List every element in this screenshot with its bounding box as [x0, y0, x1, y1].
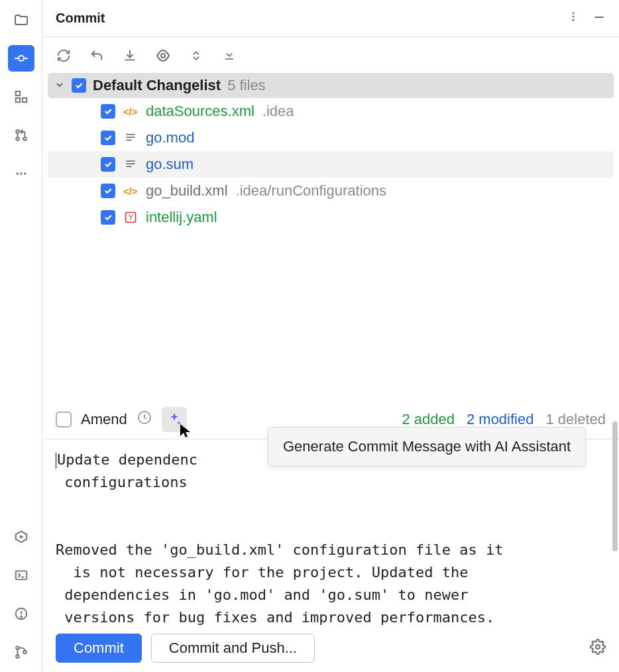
file-checkbox[interactable] [101, 104, 115, 119]
svg-rect-3 [15, 91, 19, 95]
file-checkbox[interactable] [101, 210, 115, 225]
svg-point-19 [16, 646, 19, 649]
ai-generate-button[interactable] [162, 407, 187, 432]
svg-point-23 [573, 15, 575, 17]
file-path: .idea [262, 103, 294, 120]
amend-label: Amend [81, 411, 127, 428]
left-tool-sidebar [0, 0, 42, 672]
diff-icon[interactable] [155, 48, 171, 64]
minimize-icon[interactable] [592, 11, 606, 27]
project-tool-icon[interactable] [8, 7, 34, 33]
more-tools-icon[interactable] [8, 160, 34, 187]
stat-modified: 2 modified [467, 411, 534, 428]
refresh-icon[interactable] [56, 48, 72, 64]
gear-icon[interactable] [590, 639, 606, 657]
vcs-tool-icon[interactable] [8, 639, 34, 665]
commit-toolbar [42, 37, 619, 73]
problems-tool-icon[interactable] [8, 600, 34, 627]
xml-file-icon: </> [123, 184, 138, 198]
svg-point-22 [573, 12, 575, 14]
stat-added: 2 added [402, 411, 455, 428]
svg-point-18 [21, 616, 22, 618]
svg-rect-14 [15, 571, 27, 580]
file-row[interactable]: go.sum [48, 151, 614, 178]
commit-and-push-button[interactable]: Commit and Push... [151, 634, 315, 663]
changelist-checkbox[interactable] [72, 78, 86, 93]
amend-checkbox[interactable] [56, 412, 72, 427]
chevron-down-icon[interactable] [54, 77, 65, 94]
svg-point-20 [16, 655, 19, 658]
svg-point-26 [161, 54, 165, 58]
panel-header: Commit [42, 0, 619, 37]
svg-point-6 [16, 130, 19, 133]
options-icon[interactable] [567, 11, 579, 27]
svg-point-39 [596, 645, 600, 649]
file-name: dataSources.xml [146, 103, 254, 120]
commit-button[interactable]: Commit [56, 634, 142, 663]
commit-actions: Commit Commit and Push... [42, 627, 619, 672]
file-row[interactable]: Y intellij.yaml [48, 204, 614, 231]
file-path: .idea/runConfigurations [236, 182, 386, 199]
svg-point-24 [573, 19, 575, 21]
svg-point-7 [16, 137, 19, 140]
changelist-file-count: 5 files [227, 77, 265, 94]
commit-tool-icon[interactable] [8, 45, 34, 72]
run-tool-icon[interactable] [8, 524, 34, 550]
xml-file-icon: </> [123, 104, 138, 119]
collapse-icon[interactable] [221, 48, 237, 64]
changelist-header[interactable]: Default Changelist 5 files [48, 73, 614, 98]
stat-deleted: 1 deleted [545, 411, 606, 428]
svg-point-21 [23, 651, 27, 654]
changelist-icon[interactable] [188, 48, 204, 64]
file-name: go.mod [146, 129, 194, 146]
rollback-icon[interactable] [89, 48, 105, 64]
svg-point-9 [16, 172, 18, 174]
scrollbar-thumb[interactable] [612, 421, 618, 551]
panel-title: Commit [56, 11, 105, 26]
svg-point-0 [19, 56, 24, 61]
svg-text:</>: </> [123, 186, 137, 197]
svg-marker-13 [20, 535, 24, 539]
file-row[interactable]: </> go_build.xml .idea/runConfigurations [48, 178, 614, 204]
file-name: intellij.yaml [146, 209, 217, 226]
pull-requests-icon[interactable] [8, 122, 34, 148]
file-row[interactable]: </> dataSources.xml .idea [48, 98, 614, 125]
svg-text:Y: Y [129, 213, 133, 221]
file-checkbox[interactable] [101, 184, 115, 198]
text-file-icon [123, 157, 138, 172]
svg-point-11 [24, 172, 26, 174]
history-icon[interactable] [137, 410, 152, 429]
changelist-tree: Default Changelist 5 files </> dataSourc… [42, 73, 619, 231]
file-name: go_build.xml [146, 182, 228, 199]
svg-rect-4 [22, 98, 26, 102]
structure-tool-icon[interactable] [8, 84, 34, 110]
changelist-name: Default Changelist [93, 77, 221, 94]
svg-point-8 [23, 137, 27, 140]
svg-rect-5 [15, 98, 19, 102]
text-file-icon [123, 131, 138, 145]
yaml-file-icon: Y [123, 210, 138, 225]
change-stats: 2 added 2 modified 1 deleted [402, 411, 606, 428]
commit-panel: Commit Default Changelist 5 files </> d [42, 0, 619, 672]
svg-point-10 [20, 172, 22, 174]
commit-message-input[interactable]: Update dependenc configurations Removed … [42, 439, 619, 628]
shelve-icon[interactable] [122, 48, 138, 64]
file-name: go.sum [146, 156, 194, 173]
file-checkbox[interactable] [101, 131, 115, 145]
commit-message-text: Update dependenc configurations Removed … [56, 451, 504, 626]
file-checkbox[interactable] [101, 157, 115, 172]
terminal-tool-icon[interactable] [8, 562, 34, 588]
svg-text:</>: </> [123, 107, 137, 117]
file-row[interactable]: go.mod [48, 125, 614, 151]
ai-tooltip: Generate Commit Message with AI Assistan… [268, 427, 586, 467]
